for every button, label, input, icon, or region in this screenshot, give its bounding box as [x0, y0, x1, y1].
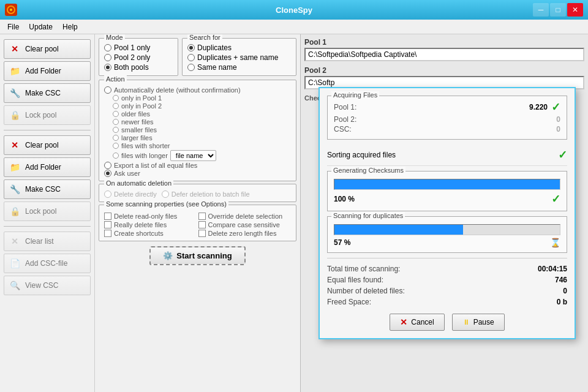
cancel-icon: ✕	[400, 317, 407, 327]
scanning-percent: 57 %	[334, 238, 350, 247]
scanning-progress-fill	[334, 225, 463, 235]
sorting-checkmark: ✓	[558, 148, 567, 162]
generating-checkmark: ✓	[551, 192, 560, 206]
cancel-button[interactable]: ✕ Cancel	[390, 314, 444, 331]
total-time-row: Total time of scanning: 00:04:15	[327, 263, 567, 274]
generating-progress-container	[334, 179, 560, 190]
sorting-row: Sorting acquired files ✓	[327, 145, 567, 166]
progress-dialog: Acquiring Files Pool 1: 9.220 ✓ Pool 2: …	[318, 87, 576, 339]
scanning-hourglass: ⌛	[550, 238, 560, 247]
stats-section: Total time of scanning: 00:04:15 Equal f…	[327, 258, 567, 307]
close-button[interactable]: ✕	[567, 3, 583, 17]
window-title: CloneSpy	[276, 6, 312, 15]
menu-help[interactable]: Help	[58, 21, 83, 32]
svg-point-2	[10, 9, 12, 11]
scanning-section: Scanning for duplicates 57 % ⌛	[327, 216, 567, 253]
generating-title: Generating Checksums	[331, 167, 405, 174]
minimize-button[interactable]: ─	[533, 3, 549, 17]
pool1-checkmark: ✓	[551, 100, 560, 114]
pause-icon: ⏸	[462, 318, 470, 326]
menu-update[interactable]: Update	[24, 21, 58, 32]
dialog-buttons: ✕ Cancel ⏸ Pause	[327, 314, 567, 331]
scanning-progress-container	[334, 224, 560, 235]
generating-progress-fill	[334, 179, 560, 189]
deleted-files-row: Number of deleted files: 0	[327, 285, 567, 296]
equal-files-row: Equal files found: 746	[327, 274, 567, 285]
acquiring-title: Acquiring Files	[331, 91, 379, 99]
pause-button[interactable]: ⏸ Pause	[452, 314, 505, 331]
pool1-acq-row: Pool 1: 9.220 ✓	[334, 100, 560, 115]
pool2-acq-row: Pool 2: 0	[334, 115, 560, 124]
menu-bar: File Update Help	[0, 20, 588, 34]
app-icon	[5, 4, 17, 16]
generating-section: Generating Checksums 100 % ✓	[327, 171, 567, 211]
progress-overlay: Acquiring Files Pool 1: 9.220 ✓ Pool 2: …	[0, 34, 588, 392]
scanning-title: Scanning for duplicates	[331, 212, 405, 219]
acquiring-section: Acquiring Files Pool 1: 9.220 ✓ Pool 2: …	[327, 96, 567, 140]
title-bar: CloneSpy ─ □ ✕	[0, 0, 588, 20]
csc-acq-row: CSC: 0	[334, 124, 560, 134]
generating-percent: 100 %	[334, 195, 355, 203]
maximize-button[interactable]: □	[550, 3, 566, 17]
menu-file[interactable]: File	[2, 21, 24, 32]
freed-space-row: Freed Space: 0 b	[327, 296, 567, 307]
